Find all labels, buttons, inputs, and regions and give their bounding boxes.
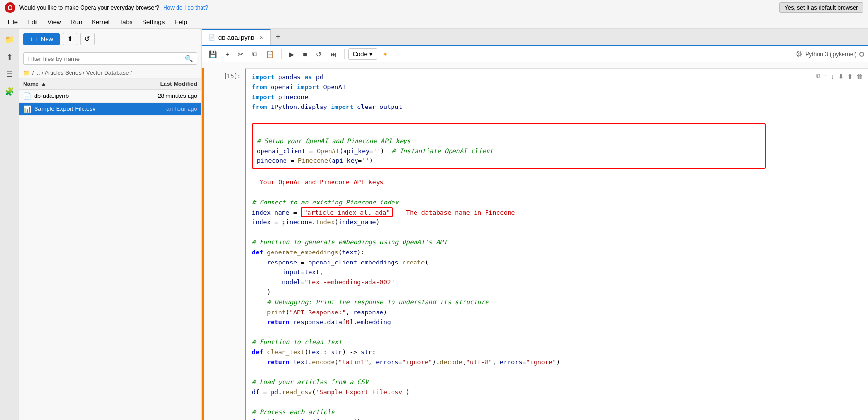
code-cell: [15]: ⧉ ↑ ↓ ⬇ ⬆ 🗑 import pandas as pd fr… xyxy=(202,68,868,420)
folder-icon: 📁 xyxy=(23,70,30,76)
kernel-label: Python 3 (ipykernel) xyxy=(805,51,856,58)
separator-2 xyxy=(344,49,345,59)
menu-settings[interactable]: Settings xyxy=(138,17,168,27)
top-bar: O Would you like to make Opera your ever… xyxy=(0,0,868,15)
menu-run[interactable]: Run xyxy=(67,17,86,27)
opera-message: Would you like to make Opera your everyd… xyxy=(19,4,159,11)
main-layout: 📁 ⬆ ☰ 🧩 + + New ⬆ ↺ 🔍 📁 / ... / Articles… xyxy=(0,29,868,420)
file-list: 📄db-ada.ipynb28 minutes ago📊Sample Expor… xyxy=(19,90,201,116)
upload-icon-btn[interactable]: ⬆ xyxy=(3,50,16,63)
cell-type-select[interactable]: Code ▾ xyxy=(348,48,377,60)
file-item[interactable]: 📊Sample Export File.csvan hour ago xyxy=(19,103,201,116)
chevron-down-icon: ▾ xyxy=(369,50,373,58)
restart-button[interactable]: ↺ xyxy=(312,48,325,60)
menu-tabs[interactable]: Tabs xyxy=(116,17,136,27)
cell-code: import pandas as pd from openai import O… xyxy=(252,72,862,420)
separator-1 xyxy=(281,49,282,59)
cell-type-label: Code xyxy=(353,50,368,58)
refresh-button[interactable]: ↺ xyxy=(80,33,95,45)
menu-help[interactable]: Help xyxy=(170,17,191,27)
col-name-header[interactable]: Name ▲ xyxy=(23,81,130,87)
cut-button[interactable]: ✂ xyxy=(235,48,247,60)
file-modified: 28 minutes ago xyxy=(130,93,197,99)
file-list-header: Name ▲ Last Modified xyxy=(19,79,201,90)
sidebar-toolbar: + + New ⬆ ↺ xyxy=(19,29,201,49)
menu-kernel[interactable]: Kernel xyxy=(88,17,114,27)
set-default-browser-button[interactable]: Yes, set it as default browser xyxy=(779,2,863,13)
notebook-area: 📄 db-ada.ipynb ✕ + 💾 + ✂ ⧉ 📋 ▶ ■ ↺ ⏭ Cod… xyxy=(202,29,868,420)
sort-icon: ▲ xyxy=(41,81,47,87)
breadcrumb-path: / ... / Articles Series / Vector Databas… xyxy=(32,70,132,76)
tab-bar: 📄 db-ada.ipynb ✕ + xyxy=(202,29,868,46)
menu-edit[interactable]: Edit xyxy=(24,17,42,27)
tab-label: db-ada.ipynb xyxy=(218,34,254,41)
copy-button[interactable]: ⧉ xyxy=(249,48,261,60)
file-name: Sample Export File.csv xyxy=(34,106,130,112)
annotation-api-keys: Your OpenAi and Pinecone API keys xyxy=(260,178,383,188)
menu-view[interactable]: View xyxy=(44,17,65,27)
search-input[interactable] xyxy=(27,55,185,62)
plus-icon: + xyxy=(30,36,34,43)
breadcrumb: 📁 / ... / Articles Series / Vector Datab… xyxy=(19,68,201,79)
search-bar[interactable]: 🔍 xyxy=(23,52,197,65)
notebook-toolbar: 💾 + ✂ ⧉ 📋 ▶ ■ ↺ ⏭ Code ▾ ✦ ⚙ Python 3 (i… xyxy=(202,46,868,62)
tab-icon: 📄 xyxy=(208,34,215,41)
annotation-db-name: The database name in Pinecone xyxy=(406,209,515,216)
left-icon-strip: 📁 ⬆ ☰ 🧩 xyxy=(0,29,19,420)
new-tab-button[interactable]: + xyxy=(271,32,285,42)
file-modified: an hour ago xyxy=(130,106,197,112)
cell-prompt: [15]: xyxy=(206,68,245,420)
stop-button[interactable]: ■ xyxy=(299,48,310,60)
cell-area: [15]: ⧉ ↑ ↓ ⬇ ⬆ 🗑 import pandas as pd fr… xyxy=(202,62,868,420)
opera-logo: O xyxy=(5,2,15,13)
settings-button[interactable]: ⚙ xyxy=(796,49,802,59)
paste-button[interactable]: 📋 xyxy=(262,48,277,60)
upload-button[interactable]: ⬆ xyxy=(63,33,77,45)
list-icon-btn[interactable]: ☰ xyxy=(3,67,16,81)
sidebar: + + New ⬆ ↺ 🔍 📁 / ... / Articles Series … xyxy=(19,29,202,420)
fast-forward-button[interactable]: ⏭ xyxy=(327,48,340,60)
new-button[interactable]: + + New xyxy=(23,33,60,45)
file-name: db-ada.ipynb xyxy=(34,93,130,99)
opera-link[interactable]: How do I do that? xyxy=(163,4,208,11)
menu-bar: File Edit View Run Kernel Tabs Settings … xyxy=(0,15,868,29)
file-item[interactable]: 📄db-ada.ipynb28 minutes ago xyxy=(19,90,201,103)
extensions-icon-btn[interactable]: 🧩 xyxy=(3,84,16,98)
top-bar-left: O Would you like to make Opera your ever… xyxy=(5,2,208,13)
trusted-icon-btn[interactable]: ✦ xyxy=(379,48,392,60)
kernel-badge: ⚙ Python 3 (ipykernel) xyxy=(796,49,864,59)
save-button[interactable]: 💾 xyxy=(205,48,220,60)
kernel-status-indicator xyxy=(859,52,864,57)
run-button[interactable]: ▶ xyxy=(285,48,297,60)
cell-code-content[interactable]: ⧉ ↑ ↓ ⬇ ⬆ 🗑 import pandas as pd from ope… xyxy=(245,68,868,420)
add-cell-button[interactable]: + xyxy=(222,48,233,60)
folder-icon-btn[interactable]: 📁 xyxy=(3,33,16,46)
file-type-icon: 📊 xyxy=(23,105,31,113)
menu-file[interactable]: File xyxy=(4,17,22,27)
tab-db-ada[interactable]: 📄 db-ada.ipynb ✕ xyxy=(202,29,271,45)
tab-close-button[interactable]: ✕ xyxy=(259,35,263,41)
file-type-icon: 📄 xyxy=(23,92,31,100)
cell-active-indicator xyxy=(202,68,204,420)
col-modified-header[interactable]: Last Modified xyxy=(130,81,197,87)
search-icon: 🔍 xyxy=(185,55,193,62)
